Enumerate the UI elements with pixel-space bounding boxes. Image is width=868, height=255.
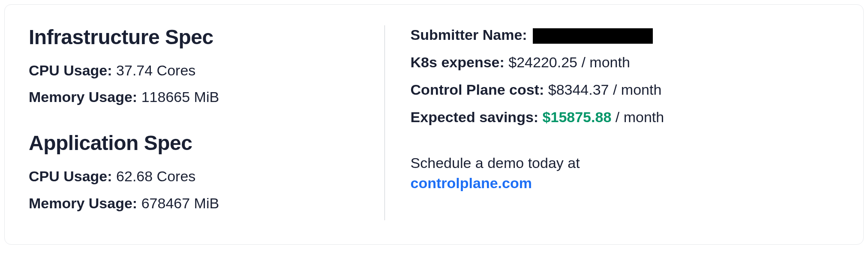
controlplane-cost-line: Control Plane cost: $8344.37 / month: [411, 80, 839, 100]
expected-savings-suffix: / month: [611, 109, 664, 125]
app-cpu-label: CPU Usage:: [29, 168, 112, 184]
infrastructure-spec-title: Infrastructure Spec: [29, 25, 359, 49]
app-memory-label: Memory Usage:: [29, 195, 137, 211]
submitter-redacted: [533, 28, 653, 44]
controlplane-cost-value: $8344.37 / month: [548, 81, 662, 98]
cta-link[interactable]: controlplane.com: [411, 175, 532, 191]
app-memory-value: 678467 MiB: [141, 195, 219, 211]
controlplane-cost-label: Control Plane cost:: [411, 81, 544, 98]
infra-cpu-label: CPU Usage:: [29, 62, 112, 78]
cta-text: Schedule a demo today at: [411, 155, 580, 171]
cost-column: Submitter Name: K8s expense: $24220.25 /…: [384, 25, 839, 220]
expected-savings-amount: $15875.88: [543, 109, 612, 125]
infra-memory-value: 118665 MiB: [141, 89, 219, 105]
infra-memory-label: Memory Usage:: [29, 89, 137, 105]
k8s-expense-line: K8s expense: $24220.25 / month: [411, 53, 839, 72]
specs-column: Infrastructure Spec CPU Usage: 37.74 Cor…: [29, 25, 384, 220]
app-memory-line: Memory Usage: 678467 MiB: [29, 194, 359, 213]
expected-savings-line: Expected savings: $15875.88 / month: [411, 108, 839, 127]
app-cpu-line: CPU Usage: 62.68 Cores: [29, 167, 359, 186]
app-cpu-value: 62.68 Cores: [116, 168, 195, 184]
summary-card: Infrastructure Spec CPU Usage: 37.74 Cor…: [4, 4, 864, 245]
cta-block: Schedule a demo today at controlplane.co…: [411, 153, 839, 194]
infra-cpu-value: 37.74 Cores: [116, 62, 195, 78]
infra-cpu-line: CPU Usage: 37.74 Cores: [29, 61, 359, 80]
submitter-label: Submitter Name:: [411, 27, 527, 43]
expected-savings-label: Expected savings:: [411, 109, 539, 125]
k8s-expense-label: K8s expense:: [411, 54, 505, 70]
application-spec-title: Application Spec: [29, 131, 359, 155]
k8s-expense-value: $24220.25 / month: [508, 54, 630, 70]
submitter-line: Submitter Name:: [411, 25, 839, 45]
infra-memory-line: Memory Usage: 118665 MiB: [29, 87, 359, 106]
